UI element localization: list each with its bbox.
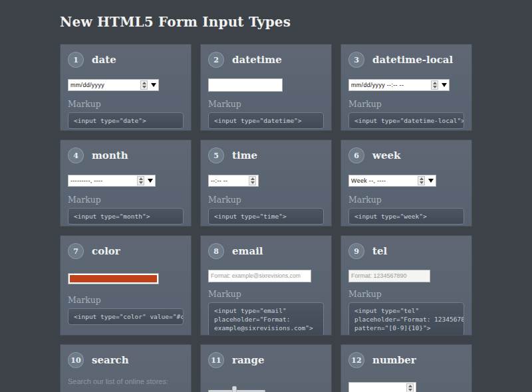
markup-label: Markup: [208, 99, 324, 109]
markup-label: Markup: [68, 195, 184, 205]
tel-input[interactable]: Format: 1234567890: [348, 270, 430, 282]
datetime-local-input[interactable]: mm/dd/yyyy --:-- --: [348, 79, 450, 91]
month-input[interactable]: ---------, ----: [68, 175, 156, 187]
card-header: 7 color: [68, 243, 184, 259]
card-week: 6 week Week --, ---- Markup <input type=…: [340, 140, 472, 227]
markup-label: Markup: [68, 99, 184, 109]
card-title: date: [92, 54, 116, 66]
card-header: 9 tel: [348, 243, 464, 259]
spinner-icon[interactable]: [406, 383, 414, 392]
spinner-icon[interactable]: [418, 176, 425, 185]
code-snippet: <input type="datetime">: [208, 112, 324, 129]
spinner-icon[interactable]: [249, 176, 256, 185]
code-line: <input type="color" value="#c04019">: [74, 312, 178, 321]
card-header: 1 date: [68, 52, 184, 68]
code-snippet: <input type="color" value="#c04019">: [68, 308, 184, 325]
page-title: New HTML5 Form Input Types: [60, 14, 472, 30]
markup-label: Markup: [208, 289, 324, 299]
card-header: 2 datetime: [208, 52, 324, 68]
dropdown-caret-icon[interactable]: [442, 83, 447, 87]
code-snippet: <input type="date">: [68, 112, 184, 129]
card-range: 11 range: [200, 344, 332, 392]
code-snippet: <input type="month">: [68, 208, 184, 225]
week-input[interactable]: Week --, ----: [348, 175, 436, 187]
range-slider[interactable]: [208, 386, 265, 392]
card-title: search: [92, 354, 129, 366]
code-snippet: <input type="tel" placeholder="Format: 1…: [348, 302, 464, 336]
week-input-value: Week --, ----: [351, 177, 418, 184]
card-date: 1 date mm/dd/yyyy Markup <input type="da…: [60, 44, 192, 131]
markup-label: Markup: [348, 195, 464, 205]
number-badge: 9: [348, 243, 364, 259]
dropdown-caret-icon[interactable]: [148, 179, 153, 183]
page-container: New HTML5 Form Input Types 1 date mm/dd/…: [60, 0, 472, 392]
code-snippet: <input type="email" placeholder="Format:…: [208, 302, 324, 336]
card-search: 10 search Search our list of online stor…: [60, 344, 192, 392]
number-badge: 6: [348, 147, 364, 163]
time-input-value: --:-- --: [211, 177, 249, 184]
demo-area: [348, 381, 464, 392]
demo-area: Format: 1234567890: [348, 268, 464, 283]
date-input-value: mm/dd/yyyy: [70, 82, 140, 88]
markup-label: Markup: [68, 295, 184, 305]
markup-label: Markup: [348, 99, 464, 109]
datetime-local-input-value: mm/dd/yyyy --:-- --: [351, 82, 431, 88]
code-line: <input type="datetime-local">: [354, 116, 458, 125]
spinner-icon[interactable]: [431, 80, 438, 90]
card-title: datetime-local: [372, 54, 453, 66]
card-title: range: [232, 354, 265, 366]
card-header: 10 search: [68, 352, 184, 368]
code-line: <input type="tel": [354, 306, 458, 315]
card-email: 8 email Format: example@sixrevisions.com…: [200, 235, 332, 336]
demo-area: Week --, ----: [348, 173, 464, 188]
email-input[interactable]: Format: example@sixrevisions.com: [208, 270, 311, 282]
date-input[interactable]: mm/dd/yyyy: [68, 79, 159, 91]
color-input[interactable]: [68, 273, 159, 284]
card-title: datetime: [232, 54, 282, 66]
card-title: number: [372, 354, 416, 366]
card-header: 6 week: [348, 147, 464, 163]
demo-area: --:-- --: [208, 173, 324, 188]
range-thumb[interactable]: [232, 386, 237, 392]
card-number: 12 number: [340, 344, 472, 392]
dropdown-caret-icon[interactable]: [428, 179, 434, 183]
demo-area: mm/dd/yyyy: [68, 78, 184, 92]
number-badge: 1: [68, 52, 84, 68]
number-badge: 8: [208, 243, 224, 259]
card-header: 12 number: [348, 352, 464, 368]
search-input-label: Search our list of online stores:: [68, 377, 184, 385]
code-snippet: <input type="time">: [208, 208, 324, 225]
demo-area: ---------, ----: [68, 173, 184, 188]
dropdown-caret-icon[interactable]: [151, 83, 156, 87]
card-tel: 9 tel Format: 1234567890 Markup <input t…: [340, 235, 472, 336]
card-header: 5 time: [208, 147, 324, 163]
card-header: 4 month: [68, 147, 184, 163]
datetime-input[interactable]: [208, 78, 283, 92]
demo-area: mm/dd/yyyy --:-- --: [348, 78, 464, 92]
card-header: 3 datetime-local: [348, 52, 464, 68]
demo-area: [208, 78, 324, 92]
code-line: placeholder="Format:: [214, 315, 318, 324]
number-badge: 2: [208, 52, 224, 68]
number-input[interactable]: [348, 382, 416, 392]
card-month: 4 month ---------, ---- Markup <input ty…: [60, 140, 192, 227]
number-badge: 10: [68, 352, 84, 368]
code-snippet: <input type="week">: [348, 208, 464, 225]
number-badge: 12: [348, 352, 364, 368]
spinner-icon[interactable]: [140, 80, 148, 90]
number-badge: 5: [208, 147, 224, 163]
code-line: pattern="[0-9]{10}">: [354, 324, 458, 332]
code-line: example@sixrevisions.com">: [214, 324, 318, 332]
code-line: <input type="datetime">: [214, 116, 318, 125]
time-input[interactable]: --:-- --: [208, 175, 259, 187]
card-header: 8 email: [208, 243, 324, 259]
card-time: 5 time --:-- -- Markup <input type="time…: [200, 140, 332, 227]
number-badge: 3: [348, 52, 364, 68]
code-line: placeholder="Format: 1234567890": [354, 315, 458, 324]
spinner-icon[interactable]: [137, 176, 144, 185]
card-title: month: [92, 149, 128, 161]
code-line: <input type="month">: [74, 212, 178, 221]
cards-grid: 1 date mm/dd/yyyy Markup <input type="da…: [60, 44, 472, 392]
card-color: 7 color Markup <input type="color" value…: [60, 235, 192, 336]
card-title: color: [92, 245, 120, 257]
